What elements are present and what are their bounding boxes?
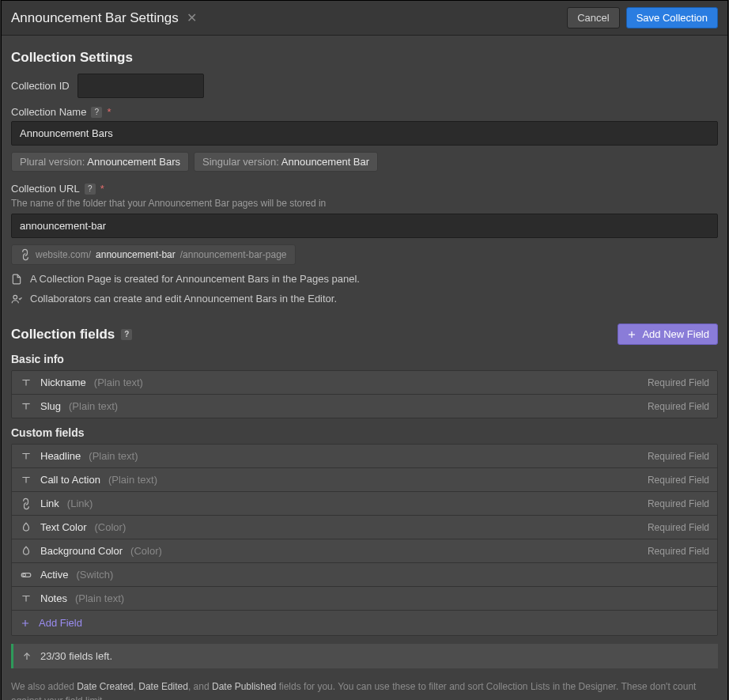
required-field-label: Required Field — [648, 522, 709, 533]
collection-name-input[interactable] — [11, 121, 718, 146]
url-preview-page: /announcement-bar-page — [180, 249, 287, 260]
field-type: (Plain text) — [89, 450, 138, 462]
singular-version-pill[interactable]: Singular version: Announcement Bar — [194, 152, 378, 172]
field-row[interactable]: Background Color(Color)Required Field — [12, 539, 717, 562]
switch-icon — [20, 569, 32, 581]
collection-url-input[interactable] — [11, 214, 718, 238]
required-field-label: Required Field — [648, 451, 709, 462]
field-row[interactable]: Call to Action(Plain text)Required Field — [12, 467, 717, 491]
field-type: (Plain text) — [75, 592, 124, 604]
close-icon[interactable]: ✕ — [187, 10, 197, 25]
field-name: Link — [40, 498, 59, 509]
modal-header: Announcement Bar Settings ✕ Cancel Save … — [2, 1, 727, 36]
field-type: (Link) — [67, 498, 93, 509]
settings-modal: Announcement Bar Settings ✕ Cancel Save … — [1, 0, 728, 700]
required-field-label: Required Field — [648, 546, 709, 557]
help-icon[interactable]: ? — [91, 107, 102, 118]
plus-icon — [20, 618, 31, 629]
field-name: Background Color — [40, 545, 123, 557]
required-field-label: Required Field — [648, 401, 709, 412]
svg-point-0 — [13, 295, 17, 299]
collection-settings-heading: Collection Settings — [11, 50, 718, 66]
color-icon — [20, 522, 32, 533]
singular-prefix: Singular version: — [202, 156, 281, 168]
plus-icon — [626, 329, 637, 340]
help-icon[interactable]: ? — [85, 184, 96, 195]
field-type: (Plain text) — [108, 474, 157, 486]
arrow-up-icon — [21, 651, 32, 662]
save-collection-button[interactable]: Save Collection — [626, 7, 718, 28]
url-preview-slug: announcement-bar — [96, 249, 176, 260]
add-new-field-button[interactable]: Add New Field — [618, 324, 718, 345]
fields-counter: 23/30 fields left. — [11, 644, 718, 668]
add-new-field-label: Add New Field — [642, 328, 709, 340]
collection-id-input[interactable] — [77, 74, 204, 98]
collection-url-note: The name of the folder that your Announc… — [11, 198, 718, 209]
collection-id-label: Collection ID — [11, 80, 70, 92]
collection-url-label: Collection URL — [11, 183, 80, 195]
help-icon[interactable]: ? — [121, 329, 132, 340]
footer-note: We also added Date Created, Date Edited,… — [11, 679, 718, 700]
custom-fields-heading: Custom fields — [11, 426, 718, 439]
url-preview: website.com/announcement-bar/announcemen… — [11, 244, 296, 265]
field-row[interactable]: Slug(Plain text)Required Field — [12, 394, 717, 418]
plural-value: Announcement Bars — [87, 156, 180, 168]
add-field-label: Add Field — [39, 617, 82, 629]
page-icon — [11, 274, 22, 285]
svg-point-4 — [23, 573, 26, 577]
collection-fields-heading: Collection fields — [11, 327, 115, 342]
link-icon — [20, 498, 32, 509]
required-field-label: Required Field — [648, 475, 709, 486]
collection-name-label: Collection Name — [11, 106, 86, 118]
field-type: (Plain text) — [69, 400, 118, 412]
field-name: Nickname — [40, 376, 86, 388]
plural-version-pill[interactable]: Plural version: Announcement Bars — [11, 152, 189, 172]
basic-info-heading: Basic info — [11, 353, 718, 365]
field-type: (Color) — [95, 521, 127, 533]
text-icon — [20, 401, 32, 412]
field-row[interactable]: Headline(Plain text)Required Field — [12, 445, 717, 467]
basic-fields-list: Nickname(Plain text)Required FieldSlug(P… — [11, 370, 718, 418]
text-icon — [20, 593, 32, 604]
field-row[interactable]: Link(Link)Required Field — [12, 491, 717, 515]
color-icon — [20, 546, 32, 557]
url-preview-domain: website.com/ — [36, 249, 91, 260]
field-row[interactable]: Active(Switch) — [12, 562, 717, 586]
required-field-label: Required Field — [648, 377, 709, 388]
required-star: * — [107, 106, 111, 118]
singular-value: Announcement Bar — [281, 156, 369, 168]
field-type: (Switch) — [76, 569, 113, 581]
field-type: (Plain text) — [94, 376, 143, 388]
field-name: Headline — [40, 450, 81, 462]
required-star: * — [100, 183, 104, 195]
field-row[interactable]: Notes(Plain text) — [12, 586, 717, 610]
link-icon — [17, 247, 33, 263]
text-icon — [20, 377, 32, 388]
text-icon — [20, 451, 32, 462]
info-page-created: A Collection Page is created for Announc… — [30, 273, 360, 285]
field-name: Call to Action — [40, 474, 100, 486]
required-field-label: Required Field — [648, 498, 709, 509]
field-type: (Color) — [130, 545, 162, 557]
field-name: Active — [40, 569, 68, 581]
field-name: Notes — [40, 592, 67, 604]
modal-title: Announcement Bar Settings — [11, 10, 179, 26]
text-icon — [20, 475, 32, 486]
info-collaborators: Collaborators can create and edit Announ… — [30, 293, 337, 305]
fields-counter-text: 23/30 fields left. — [40, 650, 112, 662]
add-field-row[interactable]: Add Field — [12, 610, 717, 635]
custom-fields-list: Headline(Plain text)Required FieldCall t… — [11, 444, 718, 636]
field-row[interactable]: Nickname(Plain text)Required Field — [12, 371, 717, 394]
field-row[interactable]: Text Color(Color)Required Field — [12, 515, 717, 539]
plural-prefix: Plural version: — [20, 156, 87, 168]
field-name: Text Color — [40, 521, 87, 533]
cancel-button[interactable]: Cancel — [567, 7, 619, 28]
field-name: Slug — [40, 400, 61, 412]
collaborators-icon — [11, 293, 22, 305]
